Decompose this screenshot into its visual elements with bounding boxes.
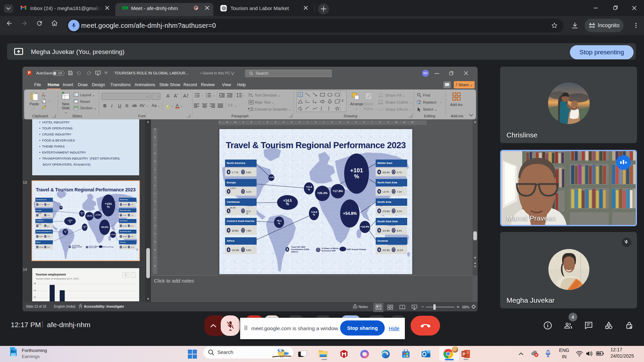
svg-text:A: A: [250, 93, 252, 96]
svg-text:c: c: [420, 102, 421, 105]
svg-text:P: P: [463, 352, 465, 357]
svg-text:b: b: [420, 100, 421, 102]
svg-text:3: 3: [206, 96, 207, 98]
